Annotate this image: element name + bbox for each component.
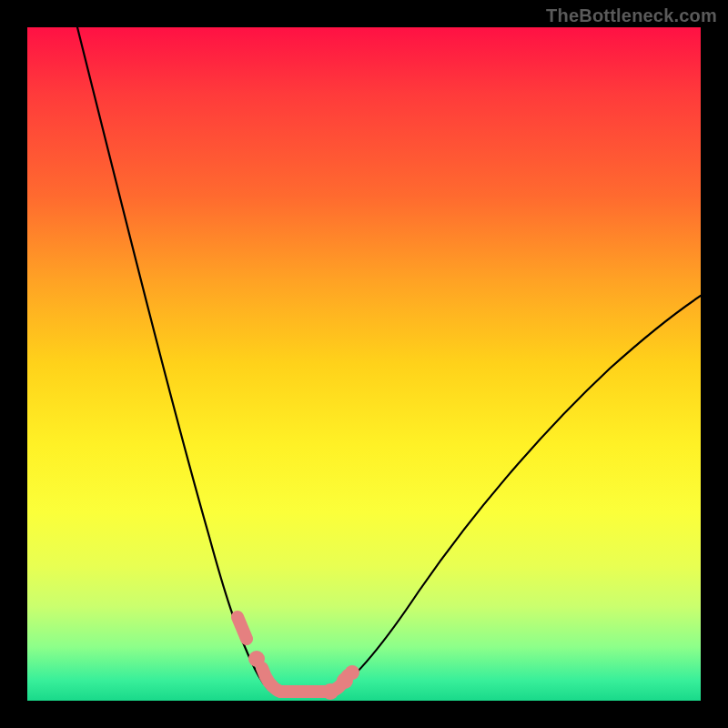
chart-frame: TheBottleneck.com [0,0,728,728]
highlight-left-dash [238,617,247,639]
plot-area [27,27,701,701]
highlight-dot-right2 [345,665,359,680]
curve-right [335,296,701,692]
curve-layer [27,27,701,701]
highlight-dot-mid [322,683,339,700]
watermark-text: TheBottleneck.com [546,5,717,26]
curve-left [77,27,271,692]
